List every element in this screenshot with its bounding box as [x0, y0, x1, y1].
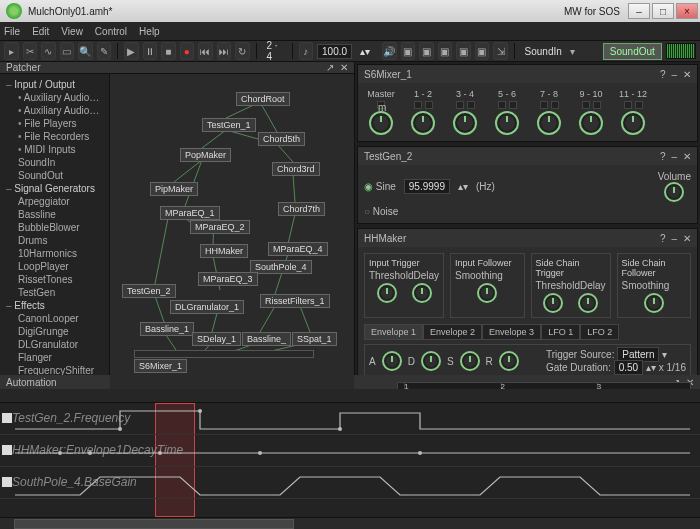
- menu-help[interactable]: Help: [139, 26, 160, 37]
- menu-edit[interactable]: Edit: [32, 26, 49, 37]
- node-chord5th[interactable]: Chord5th: [258, 132, 305, 146]
- menu-file[interactable]: File: [4, 26, 20, 37]
- tree-item[interactable]: BubbleBlower: [0, 221, 109, 234]
- node-pipmaker[interactable]: PipMaker: [150, 182, 198, 196]
- help-icon[interactable]: ?: [660, 233, 666, 244]
- env-s-knob[interactable]: [460, 351, 480, 371]
- solo-button[interactable]: [635, 101, 643, 109]
- mute-button[interactable]: [456, 101, 464, 109]
- node-bassline1[interactable]: Bassline_1: [140, 322, 194, 336]
- channel-knob[interactable]: [453, 111, 477, 135]
- tree-item[interactable]: LoopPlayer: [0, 260, 109, 273]
- help-icon[interactable]: ?: [660, 151, 666, 162]
- panel5-icon[interactable]: ▣: [475, 42, 490, 60]
- tree-group-io[interactable]: Input / Output: [0, 78, 109, 91]
- automation-ruler[interactable]: [0, 389, 700, 403]
- radio-sine[interactable]: Sine: [364, 181, 396, 192]
- solo-button[interactable]: [509, 101, 517, 109]
- node-testgen2[interactable]: TestGen_2: [122, 284, 176, 298]
- mixer-ports[interactable]: [134, 350, 314, 358]
- chevron-down-icon[interactable]: ▾: [662, 349, 667, 360]
- maximize-button[interactable]: □: [652, 3, 674, 19]
- channel-knob[interactable]: [495, 111, 519, 135]
- help-icon[interactable]: ?: [660, 69, 666, 80]
- node-sspat1[interactable]: SSpat_1: [292, 332, 337, 346]
- stepper-icon[interactable]: ▴▾: [646, 362, 656, 373]
- channel-knob[interactable]: [411, 111, 435, 135]
- arrow-icon[interactable]: ▸: [4, 42, 19, 60]
- node-s6mixer1[interactable]: S6Mixer_1: [134, 359, 187, 373]
- skip-back-button[interactable]: ⏮: [198, 42, 213, 60]
- tree-item[interactable]: CanonLooper: [0, 312, 109, 325]
- expand-icon[interactable]: ⇲: [493, 42, 508, 60]
- close-icon[interactable]: ✕: [683, 233, 691, 244]
- freq-input[interactable]: 95.9999: [404, 179, 450, 194]
- speaker-icon[interactable]: 🔊: [382, 42, 397, 60]
- tree-item[interactable]: SoundOut: [0, 169, 109, 182]
- node-chordroot[interactable]: ChordRoot: [236, 92, 290, 106]
- patcher-arrow-icon[interactable]: ↗: [326, 62, 334, 73]
- tree-item[interactable]: File Players: [0, 117, 109, 130]
- env-a-knob[interactable]: [382, 351, 402, 371]
- menu-control[interactable]: Control: [95, 26, 127, 37]
- node-sdelay1[interactable]: SDelay_1: [192, 332, 241, 346]
- tree-item[interactable]: Auxiliary Audio…: [0, 104, 109, 117]
- node-testgen1[interactable]: TestGen_1: [202, 118, 256, 132]
- play-button[interactable]: ▶: [124, 42, 139, 60]
- close-icon[interactable]: ✕: [683, 69, 691, 80]
- node-mparaeq4[interactable]: MParaEQ_4: [268, 242, 328, 256]
- solo-button[interactable]: [593, 101, 601, 109]
- tree-item[interactable]: TestGen: [0, 286, 109, 299]
- delay-knob[interactable]: [578, 293, 598, 313]
- node-bassline[interactable]: Bassline_: [242, 332, 291, 346]
- node-chord7th[interactable]: Chord7th: [278, 202, 325, 216]
- node-mparaeq2[interactable]: MParaEQ_2: [190, 220, 250, 234]
- tree-item[interactable]: Bassline: [0, 208, 109, 221]
- tree-item[interactable]: Flanger: [0, 351, 109, 364]
- volume-knob[interactable]: [664, 182, 684, 202]
- mute-label[interactable]: m: [377, 101, 385, 109]
- node-mparaeq1[interactable]: MParaEQ_1: [160, 206, 220, 220]
- node-hhmaker[interactable]: HHMaker: [200, 244, 248, 258]
- tree-group-fx[interactable]: Effects: [0, 299, 109, 312]
- skip-fwd-button[interactable]: ⏭: [217, 42, 232, 60]
- tree-item[interactable]: Arpeggiator: [0, 195, 109, 208]
- tree-item[interactable]: DLGranulator: [0, 338, 109, 351]
- rate-input[interactable]: 100.0: [317, 44, 352, 59]
- mute-button[interactable]: [582, 101, 590, 109]
- close-icon[interactable]: ✕: [683, 151, 691, 162]
- time-signature[interactable]: 2 · 4: [262, 40, 285, 62]
- env-d-knob[interactable]: [421, 351, 441, 371]
- tree-group-siggen[interactable]: Signal Generators: [0, 182, 109, 195]
- pause-button[interactable]: ⏸: [143, 42, 158, 60]
- mute-button[interactable]: [414, 101, 422, 109]
- scissors-icon[interactable]: ✂: [23, 42, 38, 60]
- smoothing-knob[interactable]: [477, 283, 497, 303]
- master-knob[interactable]: [369, 111, 393, 135]
- automation-scrollbar[interactable]: [0, 517, 700, 529]
- panel1-icon[interactable]: ▣: [401, 42, 416, 60]
- solo-button[interactable]: [551, 101, 559, 109]
- mute-button[interactable]: [624, 101, 632, 109]
- threshold-knob[interactable]: [543, 293, 563, 313]
- tree-item[interactable]: DigiGrunge: [0, 325, 109, 338]
- tree-item[interactable]: RissetTones: [0, 273, 109, 286]
- channel-knob[interactable]: [579, 111, 603, 135]
- node-chord3rd[interactable]: Chord3rd: [272, 162, 320, 176]
- radio-noise[interactable]: Noise: [364, 206, 398, 217]
- tab-envelope1[interactable]: Envelope 1: [364, 324, 423, 340]
- min-icon[interactable]: –: [671, 233, 677, 244]
- automation-body[interactable]: TestGen_2.Frequency HHMaker:Envelope1Dec…: [0, 389, 700, 517]
- wave-icon[interactable]: ∿: [41, 42, 56, 60]
- minimize-button[interactable]: –: [628, 3, 650, 19]
- mute-button[interactable]: [498, 101, 506, 109]
- tree-item[interactable]: File Recorders: [0, 130, 109, 143]
- record-button[interactable]: ●: [180, 42, 195, 60]
- stop-button[interactable]: ■: [161, 42, 176, 60]
- solo-button[interactable]: [467, 101, 475, 109]
- soundin-label[interactable]: SoundIn: [521, 46, 566, 57]
- tree-item[interactable]: 10Harmonics: [0, 247, 109, 260]
- panel2-icon[interactable]: ▣: [419, 42, 434, 60]
- tab-lfo2[interactable]: LFO 2: [580, 324, 619, 340]
- tab-lfo1[interactable]: LFO 1: [541, 324, 580, 340]
